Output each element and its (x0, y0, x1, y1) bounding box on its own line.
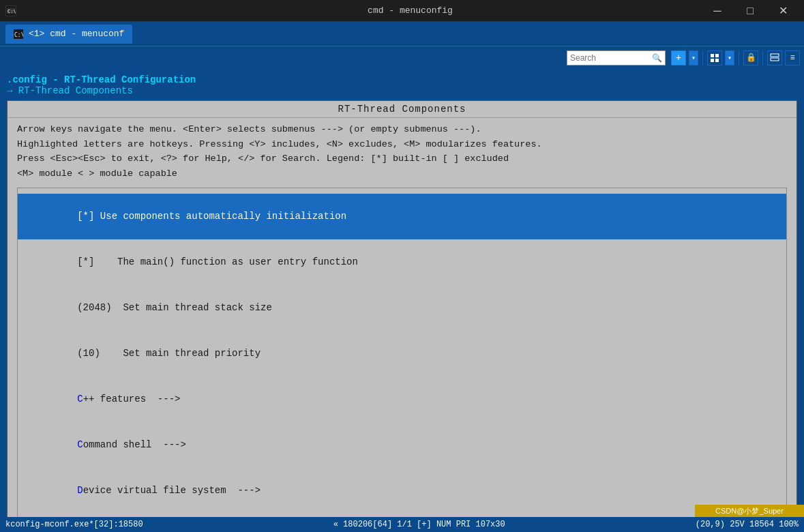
separator-2 (739, 51, 739, 65)
tab-icon: C:\ (14, 29, 23, 39)
watermark: CSDN@小梦_Super (695, 505, 804, 517)
svg-rect-6 (715, 54, 719, 57)
menu-button[interactable]: ≡ (785, 50, 800, 65)
menu-item-devfs[interactable]: Device virtual file system ---> (18, 469, 786, 514)
search-icon-button[interactable]: 🔍 (652, 53, 662, 63)
menu-item-cpp[interactable]: C++ features ---> (18, 377, 786, 423)
add-button[interactable]: + (671, 50, 686, 65)
maximize-button[interactable]: □ (734, 1, 766, 21)
menu-item-auto-init[interactable]: [*] Use components automatically initial… (18, 194, 786, 239)
status-left: kconfig-mconf.exe*[32]:18580 (5, 520, 143, 529)
status-center: « 180206[64] 1/1 [+] NUM PRI 107x30 (143, 520, 696, 529)
tab-bar: C:\ <1> cmd - menuconf (0, 22, 804, 46)
minimize-button[interactable]: ─ (702, 1, 733, 21)
tab-1[interactable]: C:\ <1> cmd - menuconf (5, 25, 132, 44)
menuconfig-panel: RT-Thread Components Arrow keys navigate… (7, 100, 797, 532)
layout-button[interactable] (767, 50, 782, 65)
panel-title: RT-Thread Components (8, 101, 796, 118)
lock-button[interactable]: 🔒 (743, 50, 758, 65)
status-right: (20,9) 25V 18564 100% (696, 520, 799, 529)
add-dropdown[interactable]: ▾ (689, 50, 698, 65)
window-title: cmd - menuconfig (22, 5, 799, 16)
svg-rect-10 (771, 58, 779, 61)
menu-item-cmd-shell[interactable]: Command shell ---> (18, 423, 786, 469)
instructions: Arrow keys navigate the menu. <Enter> se… (8, 118, 796, 183)
search-box: 🔍 (567, 50, 666, 65)
panel-dropdown[interactable]: ▾ (725, 50, 734, 65)
main-content: .config - RT-Thread Configuration → RT-T… (0, 69, 804, 532)
instruction-line2: Highlighted letters are hotkeys. Pressin… (17, 137, 787, 152)
svg-text:C:\: C:\ (14, 32, 23, 38)
svg-text:C:\: C:\ (8, 9, 16, 14)
toolbar: 🔍 + ▾ ▾ 🔒 ≡ (0, 46, 804, 69)
separator-1 (702, 51, 703, 65)
svg-rect-9 (771, 54, 779, 57)
svg-rect-7 (711, 59, 714, 62)
instruction-line4: <M> module < > module capable (17, 166, 787, 181)
breadcrumb-line1: .config - RT-Thread Configuration (0, 72, 804, 85)
separator-3 (762, 51, 763, 65)
menu-area: [*] Use components automatically initial… (17, 188, 787, 532)
svg-rect-8 (715, 59, 719, 62)
tab-label: <1> cmd - menuconf (29, 29, 124, 39)
menu-item-priority[interactable]: (10) Set main thread priority (18, 331, 786, 377)
instruction-line3: Press <Esc><Esc> to exit, <?> for Help, … (17, 151, 787, 166)
instruction-line1: Arrow keys navigate the menu. <Enter> se… (17, 122, 787, 137)
title-bar: C:\ cmd - menuconfig ─ □ ✕ (0, 0, 804, 22)
breadcrumb-line2: → RT-Thread Components (0, 85, 804, 96)
status-bar: kconfig-mconf.exe*[32]:18580 « 180206[64… (0, 517, 804, 532)
svg-rect-5 (711, 54, 714, 57)
panel-button[interactable] (707, 50, 722, 65)
app-icon: C:\ (5, 5, 16, 16)
close-button[interactable]: ✕ (767, 1, 799, 21)
menu-item-stack-size[interactable]: (2048) Set main thread stack size (18, 286, 786, 331)
window-controls: ─ □ ✕ (702, 1, 799, 21)
search-input[interactable] (570, 53, 652, 63)
menu-item-main-func[interactable]: [*] The main() function as user entry fu… (18, 239, 786, 285)
